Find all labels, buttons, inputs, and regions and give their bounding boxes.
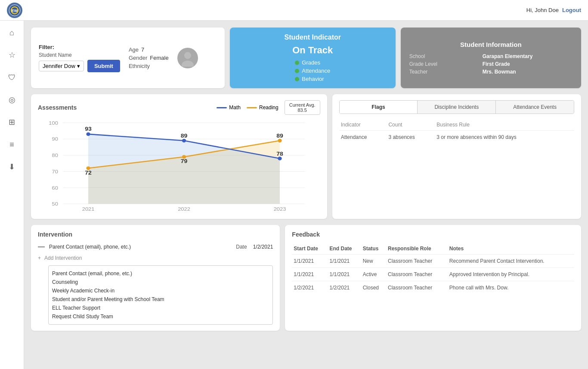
- svg-text:2021: 2021: [82, 206, 95, 212]
- fb-role-2: Classroom Teacher: [386, 268, 448, 281]
- math-legend-line: [217, 107, 227, 108]
- grades-label: Grades: [302, 59, 320, 66]
- fb-start-3: 1/2/2021: [292, 281, 328, 295]
- sidebar-compass[interactable]: ◎: [5, 93, 19, 107]
- filter-card: Filter: Student Name Jennifer Dow ▾ Subm…: [31, 28, 225, 88]
- svg-text:50: 50: [52, 201, 59, 207]
- intervention-text-1: Parent Contact (email), phone, etc.): [49, 244, 131, 250]
- option-parent-meeting[interactable]: Student and/or Parent Meeting with Schoo…: [52, 295, 269, 304]
- top-row: Filter: Student Name Jennifer Dow ▾ Subm…: [31, 28, 581, 88]
- sidebar-list[interactable]: ≡: [5, 138, 19, 151]
- math-point-2022: [182, 139, 186, 142]
- teacher-value: Mrs. Bowman: [483, 69, 573, 75]
- flag-rule: 3 or more absences within 90 days: [435, 131, 569, 144]
- student-indicator-card: Student Indicator On Track Grades Attend…: [230, 28, 396, 88]
- fb-end-2: 1/1/2021: [328, 268, 361, 281]
- svg-text:2023: 2023: [274, 206, 286, 212]
- add-intervention-label: Add Intervention: [44, 255, 82, 261]
- col-notes: Notes: [448, 243, 574, 255]
- math-point-2023: [278, 157, 282, 160]
- option-ell-support[interactable]: ELL Teacher Support: [52, 304, 269, 312]
- collapse-icon[interactable]: —: [38, 243, 45, 251]
- svg-text:72: 72: [85, 170, 92, 176]
- info-grid: School Garapan Elementary Grade Level Fi…: [409, 53, 573, 75]
- topbar-user: Hi, John Doe Logout: [526, 7, 581, 13]
- option-child-study[interactable]: Request Child Study Team: [52, 312, 269, 321]
- add-icon: +: [38, 255, 41, 261]
- indicator-items: Grades Attendance Behavior: [295, 59, 330, 82]
- assessments-header: Assessments Math Reading Current Avg. 83…: [38, 100, 320, 115]
- submit-button[interactable]: Submit: [87, 60, 120, 72]
- legend-reading: Reading: [247, 105, 279, 111]
- grades-dot: [295, 61, 299, 65]
- sidebar-download[interactable]: ⬇: [5, 160, 19, 174]
- option-parent-contact[interactable]: Parent Contact (email, phone, etc.): [52, 269, 269, 278]
- fb-end-1: 1/1/2021: [328, 255, 361, 268]
- col-rule: Business Rule: [435, 119, 569, 131]
- sidebar-home[interactable]: ⌂: [5, 26, 19, 40]
- intervention-card: Intervention — Parent Contact (email), p…: [31, 225, 280, 331]
- add-intervention-row[interactable]: + Add Intervention: [38, 255, 273, 261]
- assessments-title: Assessments: [38, 104, 77, 111]
- sidebar-star[interactable]: ☆: [5, 48, 19, 62]
- tab-attendance[interactable]: Attendance Events: [496, 101, 574, 114]
- svg-text:EW: EW: [12, 9, 18, 13]
- svg-text:89: 89: [276, 133, 283, 139]
- avg-value: 83.5: [289, 108, 316, 113]
- feedback-card: Feedback Start Date End Date Status Resp…: [285, 225, 581, 331]
- sidebar-briefcase[interactable]: ⊞: [5, 115, 19, 129]
- reading-label: Reading: [259, 105, 279, 111]
- student-name-label: Student Name: [39, 52, 120, 58]
- sidebar-shield[interactable]: 🛡: [5, 71, 19, 84]
- reading-point-2023: [278, 139, 282, 142]
- fb-notes-3: Phone call with Mrs. Dow.: [448, 281, 574, 295]
- svg-text:93: 93: [85, 126, 92, 132]
- fb-status-2: Active: [361, 268, 386, 281]
- feedback-row-3: 1/2/2021 1/2/2021 Closed Classroom Teach…: [292, 281, 574, 295]
- fb-role-3: Classroom Teacher: [386, 281, 448, 295]
- fb-status-1: New: [361, 255, 386, 268]
- middle-row: Assessments Math Reading Current Avg. 83…: [31, 94, 581, 219]
- attendance-dot: [295, 69, 299, 73]
- behavior-dot: [295, 77, 299, 81]
- indicator-status: On Track: [292, 45, 333, 56]
- col-indicator: Indicator: [339, 119, 387, 131]
- feedback-title: Feedback: [292, 231, 574, 238]
- flag-row: Attendance 3 absences 3 or more absences…: [339, 131, 574, 144]
- option-weekly-checkin[interactable]: Weekly Academic Check-in: [52, 286, 269, 295]
- gender-label: Gender: [129, 55, 147, 61]
- svg-text:70: 70: [52, 169, 59, 174]
- svg-text:100: 100: [49, 120, 58, 126]
- main-content: Filter: Student Name Jennifer Dow ▾ Subm…: [24, 21, 588, 369]
- age-label: Age: [129, 46, 139, 53]
- topbar: EW Hi, John Doe Logout: [0, 0, 588, 21]
- svg-text:78: 78: [276, 151, 283, 157]
- avatar: [177, 48, 198, 68]
- flags-tabs: Flags Discipline Incidents Attendance Ev…: [339, 100, 574, 114]
- logout-link[interactable]: Logout: [562, 7, 581, 13]
- tab-discipline[interactable]: Discipline Incidents: [418, 101, 496, 114]
- col-count: Count: [387, 119, 435, 131]
- col-role: Responsible Role: [386, 243, 448, 255]
- student-info-card: Student Information School Garapan Eleme…: [401, 28, 581, 88]
- fb-status-3: Closed: [361, 281, 386, 295]
- svg-text:2022: 2022: [178, 206, 190, 212]
- greeting-text: Hi, John Doe: [526, 7, 559, 13]
- indicator-grades: Grades: [295, 59, 330, 66]
- svg-text:80: 80: [52, 153, 59, 158]
- bottom-row: Intervention — Parent Contact (email), p…: [31, 225, 581, 331]
- svg-point-4: [182, 61, 194, 67]
- gender-value: Female: [150, 55, 168, 61]
- school-value: Garapan Elementary: [483, 53, 573, 59]
- assessments-card: Assessments Math Reading Current Avg. 83…: [31, 94, 327, 219]
- fb-end-3: 1/2/2021: [328, 281, 361, 295]
- legend-math: Math: [217, 105, 241, 111]
- svg-text:79: 79: [181, 158, 188, 164]
- option-counseling[interactable]: Counseling: [52, 278, 269, 286]
- tab-flags[interactable]: Flags: [340, 101, 418, 114]
- fb-role-1: Classroom Teacher: [386, 255, 448, 268]
- filter-section: Filter: Student Name Jennifer Dow ▾ Subm…: [39, 44, 120, 72]
- sidebar: ⌂ ☆ 🛡 ◎ ⊞ ≡ ⬇: [0, 21, 24, 369]
- student-dropdown[interactable]: Jennifer Dow ▾: [39, 61, 84, 71]
- attendance-label: Attendance: [302, 68, 330, 74]
